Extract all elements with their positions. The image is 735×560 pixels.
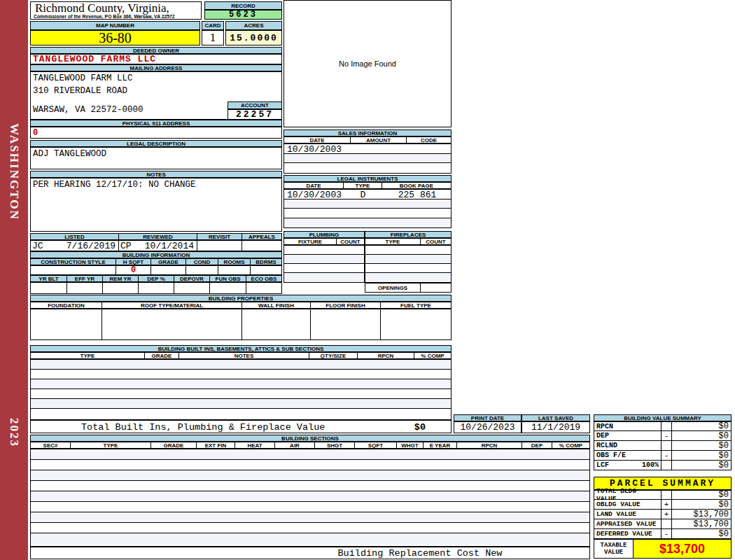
roof-type-value (102, 309, 241, 340)
ps-deferred-value: $0 (671, 529, 731, 538)
sales-header-row: DATE AMOUNT CODE (284, 136, 451, 144)
tax-year-vertical: 2023 (0, 402, 28, 462)
built-ins-row (31, 389, 451, 399)
building-sections-title: BUILDING SECTIONS (30, 435, 590, 442)
plumbing-row (284, 273, 364, 282)
wall-finish-label: WALL FINISH (241, 302, 310, 309)
rem-yr-value (102, 282, 138, 294)
notes-label: NOTES (30, 171, 282, 178)
foundation-label: FOUNDATION (30, 302, 102, 309)
h-sqft-label: H SQFT (115, 258, 150, 265)
building-sections-row (31, 533, 589, 545)
building-sections-row (31, 460, 589, 470)
print-date-label: PRINT DATE (454, 414, 522, 421)
built-ins-row (31, 379, 451, 389)
bs-eyear-label: E YEAR (423, 442, 456, 449)
plumbing-row (284, 246, 364, 255)
bi-grade-label: GRADE (144, 352, 178, 359)
reviewed-by: CP (119, 241, 132, 251)
sales-rows: 10/30/2003 (284, 144, 451, 174)
building-sections-rows (30, 449, 590, 547)
taxable-value-label-cell: TAXABLE VALUE (594, 539, 634, 559)
plumbing-row (284, 255, 364, 264)
legal-description-value: ADJ TANGLEWOOD (31, 148, 281, 159)
built-ins-total-label: Total Built Ins, Plumbing & Fireplace Va… (81, 422, 325, 433)
bs-air-label: AIR (274, 442, 314, 449)
bvs-rclnd-op (662, 441, 671, 450)
building-information-title: BUILDING INFORMATION (30, 251, 282, 258)
eff-yr-value (66, 282, 102, 294)
bs-sqft-label: SQFT (354, 442, 396, 449)
building-sections-row (31, 481, 589, 491)
cond-label: COND (186, 258, 218, 265)
building-info-value-row-1: 0 (30, 265, 282, 275)
bvs-row-dep: DEP -$0 (594, 431, 732, 441)
county-name: Richmond County, Virginia, (31, 2, 201, 14)
building-info-header-row-1: CONSTRUCTION STYLE H SQFT GRADE COND ROO… (30, 258, 282, 265)
ps-row-deferred: DEFERRED VALUE -$0 (594, 529, 732, 539)
reviewed-label: REVIEWED (118, 233, 197, 240)
fireplaces-header-row: TYPE COUNT (365, 238, 451, 245)
notes-box: PER HEARING 12/17/10: NO CHANGE (30, 178, 282, 232)
yr-blt-label: YR BLT (30, 275, 66, 282)
no-image-text: No Image Found (339, 59, 396, 68)
yr-blt-value (30, 282, 66, 294)
ps-row-appraised: APPRAISED VALUE $13,700 (594, 519, 732, 529)
bi-notes-label: NOTES (178, 352, 309, 359)
bvs-rpcn-label: RPCN (596, 423, 613, 430)
reviewed-value: CP 10/1/2014 (118, 240, 197, 251)
ps-appraised-label: APPRAISED VALUE (596, 520, 657, 528)
bvs-rpcn-value: $0 (671, 422, 731, 430)
review-value-row: JC 7/16/2019 CP 10/1/2014 (30, 240, 282, 251)
fuel-type-value (380, 309, 451, 340)
built-ins-rows (30, 359, 451, 420)
building-properties-title: BUILDING PROPERTIES (30, 295, 451, 302)
building-properties-cells (30, 309, 451, 340)
sales-information-title: SALES INFORMATION (284, 130, 451, 136)
ps-obldg-label: OBLDG VALUE (596, 500, 640, 508)
physical-address-value: 0 (30, 127, 282, 139)
fireplaces-count-label: COUNT (420, 238, 451, 245)
li-row-1-bookpage: 225 861 (382, 190, 452, 199)
built-ins-total-row: Total Built Ins, Plumbing & Fireplace Va… (30, 420, 451, 433)
parcel-summary-rows: TOTAL BLDG VALUE $0 OBLDG VALUE +$0 LAND… (594, 490, 732, 539)
ps-land-label: LAND VALUE (596, 510, 636, 518)
bvs-lcf-pct: 100% (642, 461, 659, 469)
fireplaces-title: FIREPLACES (365, 231, 451, 238)
fireplaces-row (365, 255, 451, 264)
taxable-value-cell: $13,700 (634, 539, 732, 559)
fireplaces-rows (365, 245, 451, 283)
bi-rpcn-label: RPCN (357, 352, 414, 359)
commissioner-line: Commissioner of the Revenue, PO Box 366,… (31, 14, 201, 19)
record-label: RECORD (204, 1, 282, 10)
taxable-value-amount: $13,700 (659, 542, 705, 556)
li-row-3 (284, 209, 451, 218)
depovr-value (174, 282, 209, 294)
review-header-row: LISTED REVIEWED REVISIT APPEALS (30, 233, 282, 240)
h-sqft-value: 0 (115, 265, 150, 275)
plumbing-count-label: COUNT (336, 238, 365, 245)
listed-date: 7/16/2019 (66, 241, 118, 251)
construction-style-value (30, 265, 115, 275)
mailing-line-3: WARSAW, VA 22572-0000 (33, 105, 144, 115)
li-row-1: 10/30/2003 D 225 861 (284, 190, 451, 200)
bi-comp-label: % COMP (414, 352, 451, 359)
eco-obs-value (246, 282, 282, 294)
floor-finish-label: FLOOR FINISH (310, 302, 380, 309)
deeded-owner-label: DEEDED OWNER (30, 47, 282, 54)
openings-row: OPENINGS (365, 283, 451, 293)
taxable-value-row: TAXABLE VALUE $13,700 (594, 539, 732, 559)
building-sections-row (31, 491, 589, 502)
bvs-row-obs: OBS F/E -$0 (594, 451, 732, 461)
rooms-label: ROOMS (218, 258, 250, 265)
property-image-box: No Image Found (284, 0, 451, 127)
mailing-address-label: MAILING ADDRESS (30, 64, 282, 71)
bvs-row-lcf: LCF100% $0 (594, 461, 732, 470)
bvs-lcf-op (662, 461, 671, 470)
listed-value: JC 7/16/2019 (30, 240, 118, 251)
grade-label: GRADE (150, 258, 186, 265)
bs-type-label: TYPE (70, 442, 150, 449)
building-properties-header-row: FOUNDATION ROOF TYPE/MATERIAL WALL FINIS… (30, 302, 451, 309)
floor-finish-value (310, 309, 380, 340)
print-date-value: 10/26/2023 (454, 421, 522, 433)
